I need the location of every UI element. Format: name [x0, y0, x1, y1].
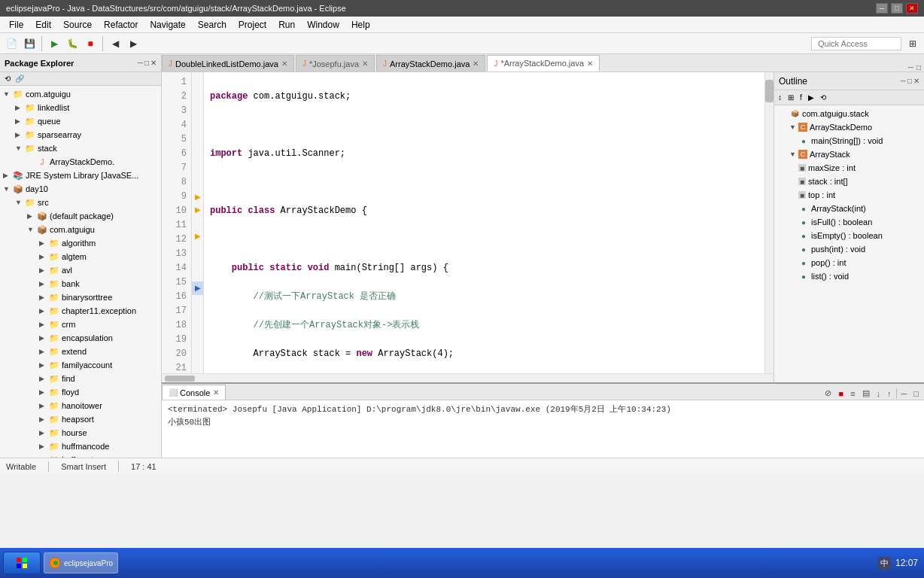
tab-josepfu[interactable]: J *Josepfu.java ✕ — [296, 55, 375, 71]
console-tb-5[interactable]: ↓ — [874, 388, 883, 400]
pe-item-default-pkg[interactable]: ▶ 📦 (default package) — [0, 209, 161, 223]
pe-item-algorithm[interactable]: ▶ 📁 algorithm — [0, 236, 161, 250]
pe-toolbar-link[interactable]: 🔗 — [14, 74, 26, 84]
menu-project[interactable]: Project — [233, 18, 272, 32]
pe-item-avl[interactable]: ▶ 📁 avl — [0, 263, 161, 277]
outline-item-stack-field[interactable]: ■ stack : int[] — [774, 175, 924, 188]
toolbar-perspectives[interactable]: ⊞ — [904, 35, 921, 52]
pe-item-huffmancode[interactable]: ▶ 📁 huffmancode — [0, 440, 161, 453]
pe-item-extend[interactable]: ▶ 📁 extend — [0, 345, 161, 358]
tab-close-jf[interactable]: ✕ — [362, 59, 368, 68]
start-button[interactable] — [3, 552, 41, 574]
outline-tb-1[interactable]: ↕ — [776, 92, 784, 103]
pe-item-find[interactable]: ▶ 📁 find — [0, 372, 161, 385]
pe-item-linkedlist[interactable]: ▶ 📁 linkedlist — [0, 101, 161, 114]
outline-item-isfull[interactable]: ● isFull() : boolean — [774, 215, 924, 229]
outline-close-icon[interactable]: ✕ — [913, 77, 919, 85]
toolbar-new[interactable]: 📄 — [3, 35, 20, 52]
outline-item-list[interactable]: ● list() : void — [774, 269, 924, 283]
menu-navigate[interactable]: Navigate — [144, 18, 191, 32]
outline-tb-4[interactable]: ▶ — [806, 92, 816, 103]
tab-close-asd2[interactable]: ✕ — [587, 59, 593, 68]
pe-item-algtem[interactable]: ▶ 📁 algtem — [0, 250, 161, 263]
outline-item-maxsize[interactable]: ■ maxSize : int — [774, 161, 924, 175]
pe-minimize-icon[interactable]: ─ — [138, 59, 143, 67]
outline-item-arraystackdemo[interactable]: ▼ C ArrayStackDemo — [774, 120, 924, 134]
console-tab-main[interactable]: ⬜ Console ✕ — [162, 385, 226, 400]
pe-item-com-atguigu2[interactable]: ▼ 📦 com.atguigu — [0, 223, 161, 236]
outline-item-package[interactable]: 📦 com.atguigu.stack — [774, 107, 924, 120]
outline-min-icon[interactable]: ─ — [901, 77, 906, 85]
console-max-btn[interactable]: □ — [911, 388, 921, 400]
toolbar-run[interactable]: ▶ — [46, 35, 62, 52]
pe-item-com-atguigu[interactable]: ▼ 📁 com.atguigu — [0, 87, 161, 101]
code-editor[interactable]: 1234567891011121314151617181920212223 ▶ … — [162, 72, 774, 382]
pe-close-icon[interactable]: ✕ — [150, 59, 157, 67]
tab-arraystackdemo2[interactable]: J *ArrayStackDemo.java ✕ — [487, 55, 600, 71]
pe-item-floyd[interactable]: ▶ 📁 floyd — [0, 385, 161, 399]
pe-item-src[interactable]: ▼ 📁 src — [0, 196, 161, 209]
pe-item-crm[interactable]: ▶ 📁 crm — [0, 318, 161, 331]
menu-edit[interactable]: Edit — [29, 18, 57, 32]
code-content[interactable]: package com.atguigu.stack; import java.u… — [204, 72, 764, 373]
pe-item-encapsulation[interactable]: ▶ 📁 encapsulation — [0, 331, 161, 345]
outline-tb-3[interactable]: f — [798, 92, 804, 103]
pe-item-chapter11[interactable]: ▶ 📁 chapter11.exception — [0, 304, 161, 318]
pe-item-queue[interactable]: ▶ 📁 queue — [0, 114, 161, 128]
pe-item-binarysorttree[interactable]: ▶ 📁 binarysorttree — [0, 291, 161, 304]
minimize-button[interactable]: ─ — [876, 3, 888, 14]
outline-max-icon[interactable]: □ — [907, 77, 912, 85]
console-tb-6[interactable]: ↑ — [885, 388, 894, 400]
menu-refactor[interactable]: Refactor — [98, 18, 144, 32]
menu-file[interactable]: File — [3, 18, 29, 32]
outline-tb-5[interactable]: ⟲ — [818, 92, 828, 103]
outline-tb-2[interactable]: ⊞ — [786, 92, 796, 103]
outline-item-constructor[interactable]: ● ArrayStack(int) — [774, 202, 924, 215]
pe-toolbar-collapse[interactable]: ⟲ — [3, 74, 12, 84]
console-min-btn[interactable]: ─ — [899, 388, 910, 400]
pe-item-familyaccount[interactable]: ▶ 📁 familyaccount — [0, 358, 161, 372]
pe-item-arraystackdemo[interactable]: J ArrayStackDemo. — [0, 155, 161, 169]
toolbar-debug[interactable]: 🐛 — [64, 35, 81, 52]
menu-source[interactable]: Source — [57, 18, 98, 32]
menu-run[interactable]: Run — [272, 18, 301, 32]
pe-maximize-icon[interactable]: □ — [144, 59, 149, 67]
pe-item-hanoitower[interactable]: ▶ 📁 hanoitower — [0, 399, 161, 412]
outline-item-isempty[interactable]: ● isEmpty() : boolean — [774, 229, 924, 242]
console-stop-btn[interactable]: ■ — [836, 388, 846, 400]
console-clear-btn[interactable]: ⊘ — [822, 387, 834, 400]
toolbar-save[interactable]: 💾 — [21, 35, 38, 52]
toolbar-forward[interactable]: ▶ — [125, 35, 141, 52]
pe-item-huffmantree[interactable]: ▶ 📁 huffmantree — [0, 453, 161, 458]
pe-item-stack[interactable]: ▼ 📁 stack — [0, 141, 161, 155]
editor-max-icon[interactable]: □ — [916, 63, 921, 71]
tab-close-asd1[interactable]: ✕ — [473, 59, 479, 68]
systray-ime-icon[interactable]: 中 — [878, 557, 891, 570]
editor-min-icon[interactable]: ─ — [908, 63, 913, 71]
pe-item-sparsearray[interactable]: ▶ 📁 sparsearray — [0, 128, 161, 141]
pe-item-bank[interactable]: ▶ 📁 bank — [0, 277, 161, 291]
taskbar-eclipse[interactable]: eclipsejavaPro — [44, 552, 118, 573]
menu-search[interactable]: Search — [192, 18, 233, 32]
editor-vscroll[interactable] — [764, 72, 774, 373]
close-button[interactable]: ✕ — [906, 3, 918, 14]
console-more-btn[interactable]: ≡ — [848, 388, 857, 400]
toolbar-stop[interactable]: ■ — [82, 35, 99, 52]
outline-item-pop[interactable]: ● pop() : int — [774, 256, 924, 269]
tab-close-dll[interactable]: ✕ — [281, 59, 287, 68]
pe-item-day10[interactable]: ▼ 📦 day10 — [0, 182, 161, 196]
pe-item-hourse[interactable]: ▶ 📁 hourse — [0, 426, 161, 440]
outline-item-arraystack[interactable]: ▼ C ArrayStack — [774, 148, 924, 161]
toolbar-back[interactable]: ◀ — [107, 35, 123, 52]
pe-item-jre[interactable]: ▶ 📚 JRE System Library [JavaSE... — [0, 169, 161, 182]
menu-window[interactable]: Window — [301, 18, 345, 32]
menu-help[interactable]: Help — [345, 18, 376, 32]
tab-doublelinkedlistdemo[interactable]: J DoubleLinkedListDemo.java ✕ — [162, 55, 294, 71]
console-tab-close[interactable]: ✕ — [213, 388, 219, 397]
outline-item-push[interactable]: ● push(int) : void — [774, 242, 924, 256]
editor-hscroll[interactable] — [162, 373, 774, 382]
outline-item-main[interactable]: ● main(String[]) : void — [774, 134, 924, 148]
pe-item-heapsort[interactable]: ▶ 📁 heapsort — [0, 412, 161, 426]
maximize-button[interactable]: □ — [891, 3, 903, 14]
console-tb-4[interactable]: ▤ — [860, 387, 872, 400]
